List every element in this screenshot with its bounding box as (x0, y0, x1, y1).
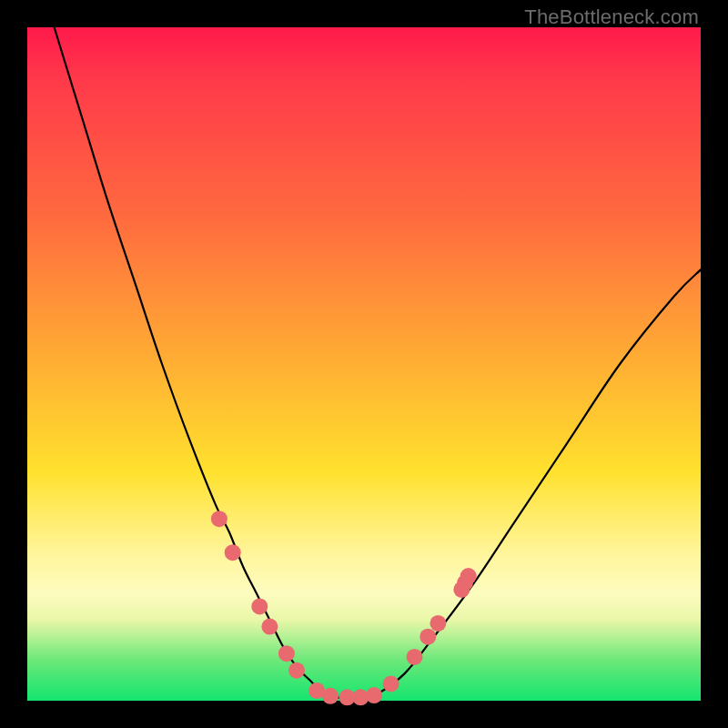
chart-svg (27, 27, 701, 701)
watermark-text: TheBottleneck.com (524, 5, 699, 29)
marker-group (211, 511, 477, 705)
marker-dot (322, 688, 339, 704)
chart-frame: TheBottleneck.com (0, 0, 728, 728)
plot-area (27, 27, 701, 701)
marker-dot (251, 598, 268, 614)
marker-dot (366, 687, 382, 703)
marker-dot (383, 676, 399, 693)
marker-dot (261, 619, 278, 635)
marker-dot (225, 544, 241, 561)
marker-dot (288, 662, 305, 679)
marker-dot (460, 568, 477, 584)
marker-dot (211, 511, 228, 527)
marker-dot (278, 645, 295, 662)
marker-dot (420, 629, 436, 645)
marker-dot (407, 649, 423, 665)
bottleneck-curve (55, 27, 701, 698)
marker-dot (430, 615, 446, 632)
